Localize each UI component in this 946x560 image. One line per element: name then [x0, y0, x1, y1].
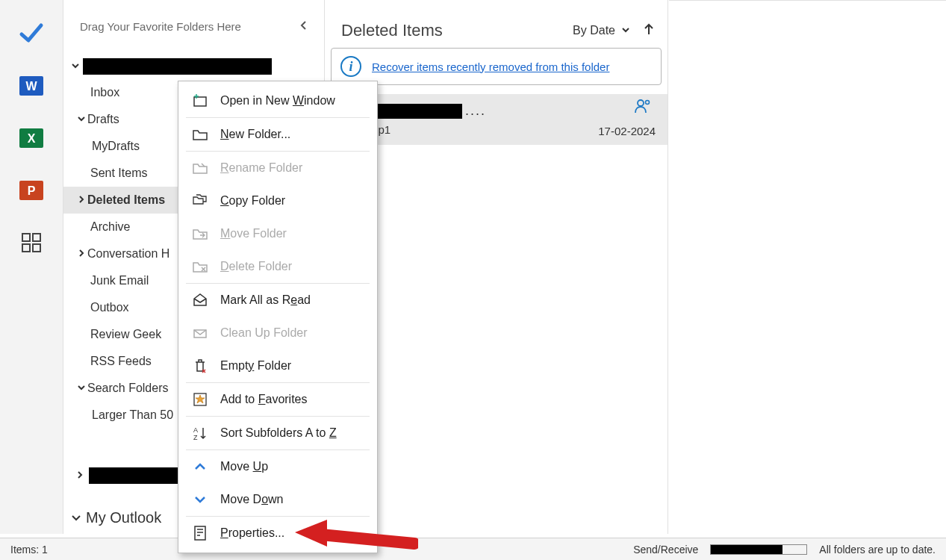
- menu-delete-folder: Delete Folder: [178, 250, 377, 283]
- envelope-open-icon: [192, 292, 208, 308]
- menu-add-favorites[interactable]: Add to Favorites: [178, 383, 377, 416]
- svg-rect-9: [33, 244, 40, 252]
- chevron-down-icon: [71, 60, 80, 73]
- todo-app-icon[interactable]: [19, 21, 44, 46]
- recover-items-link[interactable]: Recover items recently removed from this…: [372, 60, 609, 73]
- more-apps-icon[interactable]: [19, 230, 44, 255]
- info-icon: i: [340, 56, 361, 77]
- contact-group-icon: [635, 99, 651, 116]
- copy-folder-icon: [192, 193, 208, 209]
- chevron-up-icon: [192, 458, 208, 475]
- folder-title: Deleted Items: [341, 21, 443, 40]
- menu-properties[interactable]: Properties...: [178, 517, 377, 550]
- menu-empty-folder[interactable]: Empty Folder: [178, 349, 377, 382]
- cleanup-icon: [192, 325, 208, 341]
- excel-app-icon[interactable]: X: [19, 125, 44, 151]
- svg-rect-8: [22, 244, 30, 252]
- collapse-pane-icon[interactable]: [299, 20, 309, 33]
- folder-icon: [192, 126, 208, 143]
- star-icon: [192, 391, 208, 408]
- email-truncation-dots: ....: [465, 103, 486, 119]
- account-row[interactable]: [63, 54, 324, 79]
- chevron-right-icon: [75, 249, 87, 260]
- app-rail: W X P: [0, 0, 63, 534]
- menu-move-up[interactable]: Move Up: [178, 450, 377, 483]
- word-app-icon[interactable]: W: [19, 73, 44, 99]
- move-folder-icon: [192, 225, 208, 242]
- send-receive-progress: [710, 544, 807, 555]
- sort-control[interactable]: By Date: [573, 23, 654, 38]
- menu-clean-up-folder: Clean Up Folder: [178, 317, 377, 349]
- my-outlook-section[interactable]: My Outlook: [71, 509, 161, 526]
- menu-sort-subfolders[interactable]: AZ Sort Subfolders A to Z: [178, 417, 377, 449]
- trash-icon: [192, 358, 208, 374]
- message-list-header: Deleted Items By Date: [325, 0, 668, 48]
- status-send-receive-label: Send/Receive: [633, 544, 698, 556]
- svg-text:W: W: [25, 80, 37, 93]
- svg-rect-7: [33, 234, 40, 241]
- svg-rect-17: [195, 526, 205, 540]
- folder-context-menu: Open in New Window New Folder... Rename …: [178, 81, 378, 553]
- svg-text:P: P: [28, 184, 36, 197]
- chevron-down-icon: [75, 383, 87, 394]
- chevron-right-icon: [75, 469, 84, 482]
- rename-folder-icon: [192, 160, 208, 176]
- chevron-right-icon: [75, 195, 87, 206]
- svg-text:X: X: [28, 132, 36, 145]
- status-sync-message: All folders are up to date.: [819, 544, 936, 556]
- svg-point-10: [638, 100, 644, 106]
- chevron-down-icon: [75, 114, 87, 125]
- reading-pane: [669, 0, 946, 534]
- favorites-hint: Drag Your Favorite Folders Here: [80, 20, 241, 33]
- menu-move-folder: Move Folder: [178, 217, 377, 250]
- chevron-down-icon: [71, 509, 81, 526]
- favorites-drop-zone[interactable]: Drag Your Favorite Folders Here: [63, 0, 324, 52]
- chevron-down-icon: [192, 491, 208, 508]
- menu-copy-folder[interactable]: Copy Folder: [178, 184, 377, 217]
- delete-folder-icon: [192, 258, 208, 275]
- account-name-redacted: [83, 58, 272, 75]
- menu-rename-folder: Rename Folder: [178, 152, 377, 184]
- menu-open-new-window[interactable]: Open in New Window: [178, 84, 377, 117]
- status-item-count: Items: 1: [10, 544, 48, 556]
- chevron-down-icon: [621, 24, 630, 37]
- properties-icon: [192, 525, 208, 541]
- status-bar: Items: 1 Send/Receive All folders are up…: [0, 538, 946, 560]
- new-window-icon: [192, 93, 208, 109]
- svg-text:Z: Z: [193, 434, 198, 441]
- sort-az-icon: AZ: [192, 425, 208, 441]
- menu-move-down[interactable]: Move Down: [178, 483, 377, 516]
- sort-direction-icon[interactable]: [644, 23, 654, 38]
- svg-point-11: [646, 101, 650, 105]
- email-date: 17-02-2024: [598, 125, 656, 137]
- powerpoint-app-icon[interactable]: P: [19, 178, 44, 203]
- menu-new-folder[interactable]: New Folder...: [178, 118, 377, 151]
- recover-banner: i Recover items recently removed from th…: [331, 48, 662, 85]
- svg-text:A: A: [193, 426, 198, 434]
- menu-mark-all-read[interactable]: Mark All as Read: [178, 284, 377, 317]
- svg-rect-6: [22, 234, 30, 241]
